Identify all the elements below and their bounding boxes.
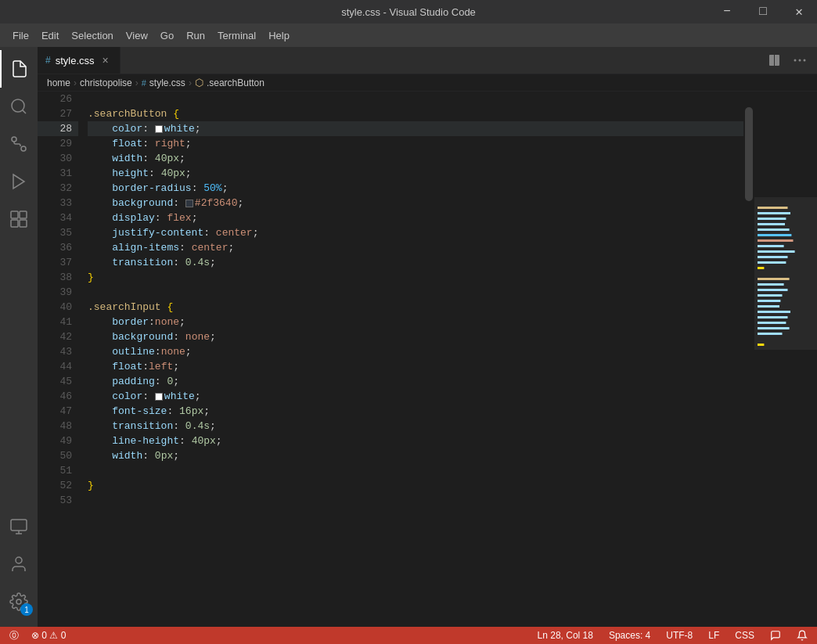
status-git[interactable]: ⓪	[6, 629, 22, 642]
split-editor-button[interactable]	[764, 49, 786, 71]
activity-bar: 1	[0, 47, 38, 627]
menu-file[interactable]: File	[6, 27, 35, 45]
editor-content: 26 27 28 29 30 31 32 33 34 35 36 37 38 3…	[38, 92, 817, 627]
svg-point-16	[804, 59, 806, 61]
svg-marker-4	[13, 174, 24, 189]
activity-extensions[interactable]	[0, 200, 38, 238]
scrollbar-thumb[interactable]	[745, 107, 753, 201]
settings-badge: 1	[20, 603, 33, 616]
code-line-50: width: 0px;	[88, 448, 743, 463]
line-52: 52	[38, 478, 78, 493]
activity-settings[interactable]: 1	[0, 583, 38, 621]
activity-account[interactable]	[0, 545, 38, 583]
line-33: 33	[38, 196, 78, 210]
menu-selection[interactable]: Selection	[65, 27, 119, 45]
line-26: 26	[38, 92, 78, 106]
activity-remote[interactable]	[0, 508, 38, 545]
status-right: Ln 28, Col 18 Spaces: 4 UTF-8 LF CSS	[534, 630, 811, 642]
css-file-icon: #	[45, 55, 51, 66]
line-29: 29	[38, 136, 78, 151]
status-language[interactable]: CSS	[732, 630, 758, 641]
window-title: style.css - Visual Studio Code	[341, 6, 476, 18]
line-30: 30	[38, 151, 78, 166]
code-line-45: padding: 0;	[88, 374, 743, 389]
breadcrumb-folder[interactable]: christopolise	[80, 77, 132, 88]
breadcrumb-file[interactable]: style.css	[149, 77, 185, 88]
minimap-canvas	[754, 92, 817, 627]
code-line-44: float:left;	[88, 359, 743, 374]
code-line-34: display: flex;	[88, 210, 743, 225]
line-27: 27	[38, 106, 78, 121]
code-line-40: .searchInput {	[88, 300, 743, 315]
menu-help[interactable]: Help	[262, 27, 296, 45]
minimap	[754, 92, 817, 627]
line-44: 44	[38, 359, 78, 374]
line-32: 32	[38, 181, 78, 196]
title-bar: style.css - Visual Studio Code − □ ✕	[0, 0, 817, 23]
menu-terminal[interactable]: Terminal	[211, 27, 262, 45]
status-encoding[interactable]: UTF-8	[663, 630, 696, 641]
code-area[interactable]: .searchButton { color: white; float: rig…	[85, 92, 743, 627]
menu-go[interactable]: Go	[154, 27, 180, 45]
minimize-button[interactable]: −	[709, 0, 745, 23]
code-line-52: }	[88, 478, 743, 493]
menu-edit[interactable]: Edit	[35, 27, 65, 45]
maximize-button[interactable]: □	[745, 0, 781, 23]
status-left: ⓪ ⊗ 0 ⚠ 0	[6, 629, 69, 642]
line-50: 50	[38, 448, 78, 463]
status-bell[interactable]	[794, 630, 811, 642]
svg-point-0	[12, 99, 24, 112]
svg-point-12	[16, 557, 22, 563]
menu-run[interactable]: Run	[180, 27, 211, 45]
error-icon: ⊗	[31, 630, 39, 641]
code-line-29: float: right;	[88, 136, 743, 151]
line-49: 49	[38, 434, 78, 448]
code-line-37: transition: 0.4s;	[88, 255, 743, 270]
line-45: 45	[38, 374, 78, 389]
line-38: 38	[38, 270, 78, 285]
close-button[interactable]: ✕	[781, 0, 817, 23]
activity-search[interactable]	[0, 88, 38, 125]
activity-run-debug[interactable]	[0, 163, 38, 200]
code-line-32: border-radius: 50%;	[88, 181, 743, 196]
code-line-36: align-items: center;	[88, 240, 743, 255]
activity-source-control[interactable]	[0, 125, 38, 163]
code-line-48: transition: 0.4s;	[88, 419, 743, 434]
status-feedback[interactable]	[767, 630, 784, 642]
editor-area: # style.css × home › ch	[38, 47, 817, 627]
menu-view[interactable]: View	[120, 27, 154, 45]
line-40: 40	[38, 300, 78, 315]
line-53: 53	[38, 493, 78, 508]
window-controls: − □ ✕	[709, 0, 817, 23]
code-line-46: color: white;	[88, 389, 743, 404]
status-errors[interactable]: ⊗ 0 ⚠ 0	[28, 630, 69, 641]
svg-rect-9	[11, 520, 27, 531]
tab-close-button[interactable]: ×	[99, 54, 112, 67]
code-line-28: color: white;	[88, 121, 743, 136]
code-line-26	[88, 92, 743, 106]
activity-files[interactable]	[0, 50, 38, 88]
line-51: 51	[38, 463, 78, 478]
status-position[interactable]: Ln 28, Col 18	[534, 630, 596, 641]
code-line-31: height: 40px;	[88, 166, 743, 181]
tab-style-css[interactable]: # style.css ×	[38, 47, 121, 74]
warning-icon: ⚠	[49, 630, 58, 641]
code-line-39	[88, 285, 743, 300]
line-37: 37	[38, 255, 78, 270]
tab-right-icons	[764, 47, 817, 74]
line-numbers: 26 27 28 29 30 31 32 33 34 35 36 37 38 3…	[38, 92, 85, 627]
scrollbar[interactable]	[743, 92, 754, 627]
status-line-ending[interactable]: LF	[705, 630, 722, 641]
code-line-47: font-size: 16px;	[88, 404, 743, 419]
line-48: 48	[38, 419, 78, 434]
line-47: 47	[38, 404, 78, 419]
code-line-38: }	[88, 270, 743, 285]
svg-point-15	[799, 59, 801, 61]
breadcrumb-home[interactable]: home	[47, 77, 70, 88]
status-spaces[interactable]: Spaces: 4	[606, 630, 653, 641]
code-line-42: background: none;	[88, 329, 743, 344]
breadcrumb-selector[interactable]: .searchButton	[207, 77, 265, 88]
more-actions-button[interactable]	[789, 49, 811, 71]
error-count: 0	[41, 630, 47, 641]
status-bar: ⓪ ⊗ 0 ⚠ 0 Ln 28, Col 18 Spaces: 4 UTF-8 …	[0, 627, 817, 644]
